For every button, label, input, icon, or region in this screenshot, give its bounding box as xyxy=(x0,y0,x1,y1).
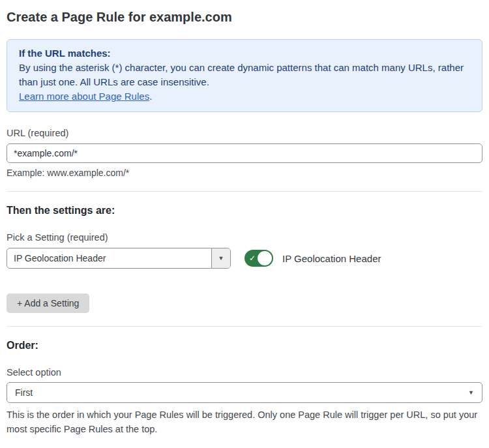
setting-picker-label: Pick a Setting (required) xyxy=(7,232,482,243)
url-input[interactable] xyxy=(7,143,482,163)
divider xyxy=(7,191,482,192)
create-page-rule-form: Create a Page Rule for example.com If th… xyxy=(0,0,489,448)
info-box-body: By using the asterisk (*) character, you… xyxy=(19,61,470,89)
order-heading: Order: xyxy=(7,340,482,351)
link-suffix: . xyxy=(149,91,152,102)
chevron-down-icon: ▼ xyxy=(468,390,474,396)
toggle-label: IP Geolocation Header xyxy=(282,253,381,264)
url-match-info-box: If the URL matches: By using the asteris… xyxy=(7,39,482,112)
info-box-link-row: Learn more about Page Rules. xyxy=(19,89,470,104)
setting-toggle[interactable]: ✓ xyxy=(244,250,273,267)
check-icon: ✓ xyxy=(249,254,256,263)
divider xyxy=(7,326,482,327)
add-setting-button[interactable]: + Add a Setting xyxy=(7,293,89,313)
setting-select-value: IP Geolocation Header xyxy=(7,253,106,263)
order-select-label: Select option xyxy=(7,367,482,378)
learn-more-link[interactable]: Learn more about Page Rules xyxy=(19,91,149,102)
setting-select-arrow-button[interactable]: ▼ xyxy=(211,248,230,268)
order-select-value: First xyxy=(15,387,33,398)
order-help-text: This is the order in which your Page Rul… xyxy=(7,408,482,436)
url-label: URL (required) xyxy=(7,128,482,138)
url-example-hint: Example: www.example.com/* xyxy=(7,168,482,178)
setting-select[interactable]: IP Geolocation Header ▼ xyxy=(7,248,231,269)
page-title: Create a Page Rule for example.com xyxy=(7,8,482,25)
order-select[interactable]: First ▼ xyxy=(7,382,482,403)
toggle-knob xyxy=(258,251,272,265)
settings-heading: Then the settings are: xyxy=(7,205,482,217)
setting-row: IP Geolocation Header ▼ ✓ IP Geolocation… xyxy=(7,248,482,269)
info-box-heading: If the URL matches: xyxy=(19,46,470,61)
chevron-down-icon: ▼ xyxy=(218,256,224,261)
